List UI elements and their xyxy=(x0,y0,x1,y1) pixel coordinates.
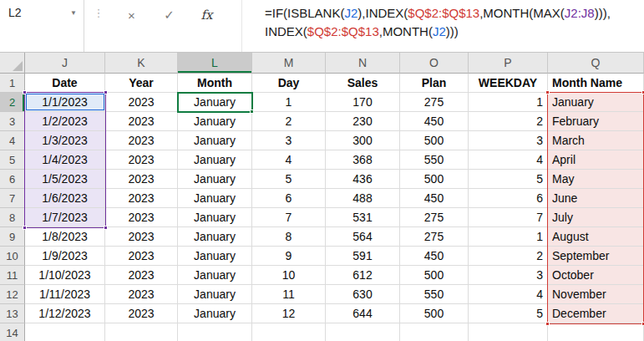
column-header-M[interactable]: M xyxy=(252,53,326,74)
column-header-L[interactable]: L xyxy=(178,53,252,74)
cell-Q13[interactable]: December xyxy=(548,304,644,323)
row-header-8[interactable]: 8 xyxy=(0,208,25,227)
cell-K6[interactable]: 2023 xyxy=(105,170,178,189)
cell-L4[interactable]: January xyxy=(178,131,252,150)
cell-L6[interactable]: January xyxy=(178,170,252,189)
cell-O11[interactable]: 500 xyxy=(400,266,469,285)
cell-L11[interactable]: January xyxy=(178,266,252,285)
cell-M12[interactable]: 11 xyxy=(252,285,326,304)
row-header-10[interactable]: 10 xyxy=(0,247,25,266)
cell-J9[interactable]: 1/8/2023 xyxy=(25,227,105,247)
cell-Q2[interactable]: January xyxy=(548,93,644,112)
name-box-dropdown-icon[interactable]: ▼ xyxy=(70,9,77,17)
cell-L7[interactable]: January xyxy=(178,189,252,208)
cell-N9[interactable]: 564 xyxy=(326,227,400,247)
cell-O12[interactable]: 550 xyxy=(400,285,469,304)
cell-K5[interactable]: 2023 xyxy=(105,150,178,170)
cell-P6[interactable]: 5 xyxy=(469,170,548,189)
cell-J1[interactable]: Date xyxy=(25,74,105,93)
cell-P10[interactable]: 2 xyxy=(469,247,548,266)
cell-O2[interactable]: 275 xyxy=(400,93,469,112)
formula-input[interactable]: =IF(ISBLANK(J2),INDEX($Q$2:$Q$13,MONTH(M… xyxy=(241,0,644,52)
row-header-2[interactable]: 2 xyxy=(0,93,25,112)
cell-O5[interactable]: 550 xyxy=(400,150,469,170)
name-box[interactable]: L2 ▼ xyxy=(0,0,84,52)
row-header-9[interactable]: 9 xyxy=(0,227,25,247)
cell-Q9[interactable]: August xyxy=(548,227,644,247)
cell-P3[interactable]: 2 xyxy=(469,112,548,131)
cell-Q7[interactable]: June xyxy=(548,189,644,208)
cell-O9[interactable]: 275 xyxy=(400,227,469,247)
cell-M3[interactable]: 2 xyxy=(252,112,326,131)
cell-N14[interactable] xyxy=(326,323,400,341)
cell-K9[interactable]: 2023 xyxy=(105,227,178,247)
enter-icon[interactable]: ✓ xyxy=(150,0,188,25)
cell-M2[interactable]: 1 xyxy=(252,93,326,112)
cell-Q6[interactable]: May xyxy=(548,170,644,189)
cell-J11[interactable]: 1/10/2023 xyxy=(25,266,105,285)
cell-Q3[interactable]: February xyxy=(548,112,644,131)
cell-L8[interactable]: January xyxy=(178,208,252,227)
column-header-K[interactable]: K xyxy=(105,53,178,74)
row-header-1[interactable]: 1 xyxy=(0,74,25,93)
cell-Q10[interactable]: September xyxy=(548,247,644,266)
cell-M4[interactable]: 3 xyxy=(252,131,326,150)
cell-Q4[interactable]: March xyxy=(548,131,644,150)
cell-O14[interactable] xyxy=(400,323,469,341)
cell-K4[interactable]: 2023 xyxy=(105,131,178,150)
cell-L5[interactable]: January xyxy=(178,150,252,170)
cell-J13[interactable]: 1/12/2023 xyxy=(25,304,105,323)
cell-N3[interactable]: 230 xyxy=(326,112,400,131)
cell-O8[interactable]: 275 xyxy=(400,208,469,227)
cell-K10[interactable]: 2023 xyxy=(105,247,178,266)
select-all-corner[interactable] xyxy=(0,53,25,74)
cell-L9[interactable]: January xyxy=(178,227,252,247)
cell-L14[interactable] xyxy=(178,323,252,341)
cell-P11[interactable]: 3 xyxy=(469,266,548,285)
row-header-5[interactable]: 5 xyxy=(0,150,25,170)
row-header-4[interactable]: 4 xyxy=(0,131,25,150)
cell-J3[interactable]: 1/2/2023 xyxy=(25,112,105,131)
cell-M10[interactable]: 9 xyxy=(252,247,326,266)
cell-K7[interactable]: 2023 xyxy=(105,189,178,208)
cell-M11[interactable]: 10 xyxy=(252,266,326,285)
cell-P7[interactable]: 6 xyxy=(469,189,548,208)
row-header-7[interactable]: 7 xyxy=(0,189,25,208)
row-header-14[interactable]: 14 xyxy=(0,323,25,341)
cell-O6[interactable]: 500 xyxy=(400,170,469,189)
column-header-O[interactable]: O xyxy=(400,53,469,74)
cell-Q14[interactable] xyxy=(548,323,644,341)
cell-L10[interactable]: January xyxy=(178,247,252,266)
cell-P1[interactable]: WEEKDAY xyxy=(469,74,548,93)
cancel-icon[interactable]: × xyxy=(113,0,150,25)
cell-J7[interactable]: 1/6/2023 xyxy=(25,189,105,208)
cell-N7[interactable]: 488 xyxy=(326,189,400,208)
column-header-N[interactable]: N xyxy=(326,53,400,74)
cell-J8[interactable]: 1/7/2023 xyxy=(25,208,105,227)
cell-K12[interactable]: 2023 xyxy=(105,285,178,304)
cell-O7[interactable]: 450 xyxy=(400,189,469,208)
insert-function-icon[interactable]: fx xyxy=(188,0,226,25)
cell-J4[interactable]: 1/3/2023 xyxy=(25,131,105,150)
cell-M9[interactable]: 8 xyxy=(252,227,326,247)
cell-O3[interactable]: 450 xyxy=(400,112,469,131)
cell-N12[interactable]: 630 xyxy=(326,285,400,304)
cell-P8[interactable]: 7 xyxy=(469,208,548,227)
cell-M7[interactable]: 6 xyxy=(252,189,326,208)
cell-O10[interactable]: 450 xyxy=(400,247,469,266)
cell-M5[interactable]: 4 xyxy=(252,150,326,170)
cell-Q8[interactable]: July xyxy=(548,208,644,227)
cell-Q5[interactable]: April xyxy=(548,150,644,170)
column-header-Q[interactable]: Q xyxy=(548,53,644,74)
cell-J5[interactable]: 1/4/2023 xyxy=(25,150,105,170)
cell-L2[interactable]: January xyxy=(178,93,252,112)
cell-P9[interactable]: 1 xyxy=(469,227,548,247)
cell-Q11[interactable]: October xyxy=(548,266,644,285)
cell-P4[interactable]: 3 xyxy=(469,131,548,150)
cell-P13[interactable]: 5 xyxy=(469,304,548,323)
cell-Q12[interactable]: November xyxy=(548,285,644,304)
cell-K2[interactable]: 2023 xyxy=(105,93,178,112)
cell-N13[interactable]: 644 xyxy=(326,304,400,323)
cell-J2[interactable]: 1/1/2023 xyxy=(25,93,105,112)
cell-N6[interactable]: 436 xyxy=(326,170,400,189)
